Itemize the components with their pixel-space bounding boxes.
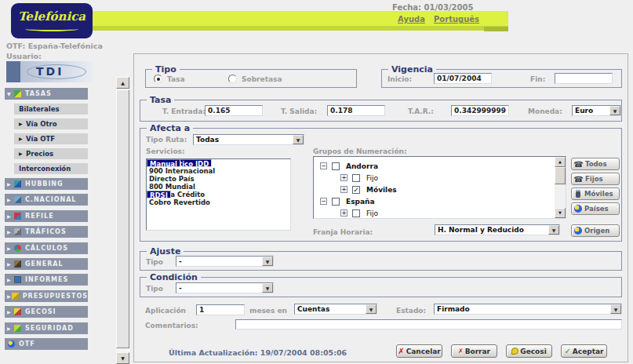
button-label: Aceptar bbox=[573, 348, 604, 355]
salida-input[interactable] bbox=[327, 105, 385, 116]
moviles-button[interactable]: Móviles bbox=[571, 187, 620, 200]
sidebar-item-via-otf[interactable]: ▶Vía OTF bbox=[14, 133, 88, 144]
sidebar-item-refile[interactable]: ▶REFILE bbox=[5, 210, 88, 222]
user-label: Usuario: bbox=[6, 52, 42, 60]
sidebar-item-calculos[interactable]: ▶CÁLCULOS bbox=[5, 242, 88, 254]
aplicacion-input[interactable] bbox=[196, 304, 245, 315]
expand-icon[interactable]: + bbox=[340, 186, 347, 193]
scrollbar-thumb[interactable] bbox=[555, 167, 566, 184]
scroll-up-button[interactable]: ▲ bbox=[116, 77, 129, 89]
sidebar-item-traficos[interactable]: ▶TRÁFICOS bbox=[5, 226, 88, 238]
servicios-label: Servicios: bbox=[146, 147, 185, 155]
list-item[interactable]: Manual bbox=[147, 159, 180, 167]
chevron-right-icon: ▶ bbox=[19, 133, 26, 144]
inicio-input[interactable] bbox=[434, 73, 492, 84]
aceptar-button[interactable]: Aceptar bbox=[561, 344, 607, 358]
sobretasa-radio[interactable] bbox=[228, 75, 237, 83]
sidebar-item-c-nacional[interactable]: ▶C.NACIONAL bbox=[5, 194, 88, 206]
meses-en-select[interactable]: Cuentas ▼ bbox=[294, 304, 377, 315]
tasa-radio[interactable] bbox=[154, 75, 162, 83]
chevron-down-icon[interactable]: ▼ bbox=[293, 135, 304, 144]
tree-scrollbar[interactable]: ▲ ▼ bbox=[555, 157, 566, 218]
scroll-down-button[interactable]: ▼ bbox=[116, 352, 129, 364]
chevron-down-icon[interactable]: ▼ bbox=[262, 257, 273, 266]
entrada-input[interactable] bbox=[205, 105, 263, 116]
checkbox[interactable]: ✓ bbox=[352, 186, 360, 194]
servicios-listbox[interactable]: Automático IDDManualRPVI900 Internaciona… bbox=[146, 158, 291, 231]
chevron-right-icon: ▶ bbox=[7, 242, 13, 254]
borrar-button[interactable]: Borrar bbox=[451, 344, 497, 358]
tree-item-label: Fijo bbox=[366, 174, 378, 182]
chevron-right-icon: ▶ bbox=[7, 194, 13, 206]
tipo-ruta-select[interactable]: Todas ▼ bbox=[193, 134, 304, 145]
paises-button[interactable]: Países bbox=[571, 202, 620, 215]
ajuste-tipo-select-value: - bbox=[179, 257, 182, 265]
ajuste-tipo-select[interactable]: - ▼ bbox=[176, 256, 274, 267]
chevron-down-icon[interactable]: ▼ bbox=[610, 304, 621, 314]
chevron-down-icon[interactable]: ▼ bbox=[548, 225, 559, 235]
chevron-down-icon[interactable]: ▼ bbox=[609, 106, 620, 115]
last-update-label: Última Actualización: 19/07/2004 08:05:0… bbox=[169, 348, 347, 357]
chevron-down-icon[interactable]: ▼ bbox=[366, 304, 377, 314]
grupos-treebox[interactable]: −Andorra+Fijo+✓Móviles−España+Fijo ▲ ▼ bbox=[313, 156, 566, 219]
sidebar-item-general[interactable]: ▶GENERAL bbox=[5, 258, 88, 270]
collapse-icon[interactable]: − bbox=[320, 198, 327, 205]
vertical-scrollbar[interactable]: ▲ ▼ bbox=[116, 77, 129, 364]
sidebar-item-label: TRÁFICOS bbox=[25, 228, 67, 235]
help-link[interactable]: Ayuda bbox=[398, 15, 425, 24]
language-link[interactable]: Português bbox=[434, 15, 479, 24]
checkbox[interactable] bbox=[352, 209, 360, 217]
list-item[interactable]: RDSI bbox=[147, 191, 171, 198]
list-item[interactable]: 800 Mundial bbox=[147, 183, 290, 191]
moneda-select[interactable]: Euro ▼ bbox=[572, 105, 621, 116]
tar-label: T.A.R.: bbox=[408, 107, 434, 115]
button-label: Países bbox=[584, 205, 609, 213]
tree-item-fijo: +Fijo bbox=[314, 172, 566, 184]
scroll-up-button[interactable]: ▲ bbox=[555, 157, 566, 167]
sidebar-item-presupuestos[interactable]: ▶PRESUPUESTOS bbox=[5, 290, 88, 302]
estado-select[interactable]: Firmado ▼ bbox=[434, 304, 622, 315]
button-label: Cancelar bbox=[406, 348, 441, 355]
expand-icon[interactable]: + bbox=[340, 174, 347, 181]
sidebar-item-bilaterales[interactable]: Bilaterales bbox=[14, 104, 88, 115]
fin-input[interactable] bbox=[555, 73, 613, 84]
condicion-tipo-select[interactable]: - ▼ bbox=[176, 282, 274, 293]
sidebar-item-informes[interactable]: ▶INFORMES bbox=[5, 274, 88, 286]
tar-input[interactable] bbox=[451, 105, 509, 116]
cancelar-button[interactable]: Cancelar bbox=[396, 344, 442, 358]
origen-button[interactable]: Origen bbox=[571, 224, 620, 237]
list-item[interactable]: Directo País bbox=[147, 175, 290, 183]
todos-button[interactable]: Todos bbox=[571, 158, 620, 170]
sidebar-item-hubbing[interactable]: ▶HUBBING bbox=[5, 178, 88, 190]
checkbox[interactable] bbox=[352, 174, 360, 182]
sidebar-item-label: Precios bbox=[26, 150, 53, 158]
gecosi-button[interactable]: Gecosi bbox=[506, 344, 552, 358]
list-item[interactable]: Cobro Revertido bbox=[147, 198, 290, 206]
sidebar-item-seguridad[interactable]: ▶SEGURIDAD bbox=[5, 322, 88, 334]
scrollbar-thumb[interactable] bbox=[116, 89, 129, 348]
expand-icon[interactable]: + bbox=[340, 209, 347, 217]
sidebar-item-otf[interactable]: OTF bbox=[5, 338, 88, 350]
checkbox[interactable] bbox=[332, 198, 340, 206]
estado-label: Estado: bbox=[396, 307, 426, 315]
sidebar-item-precios[interactable]: ▶Precios bbox=[14, 148, 88, 159]
chevron-down-icon[interactable]: ▼ bbox=[262, 283, 273, 293]
comentarios-input[interactable] bbox=[235, 319, 622, 329]
fijos-button[interactable]: Fijos bbox=[571, 173, 620, 185]
checkbox[interactable] bbox=[332, 162, 340, 170]
sidebar-item-label: Bilaterales bbox=[19, 105, 60, 113]
scroll-down-button[interactable]: ▼ bbox=[555, 208, 566, 218]
sidebar-item-gecosi[interactable]: ▶GECOSI bbox=[5, 306, 88, 318]
list-item[interactable]: 900 Internacional bbox=[147, 167, 290, 175]
sidebar-item-interconexion[interactable]: Interconexión bbox=[14, 163, 88, 174]
sidebar-item-tasas[interactable]: ▼ TASAS bbox=[5, 88, 88, 100]
chevron-right-icon: ▶ bbox=[7, 226, 13, 238]
header-bar-endcap bbox=[484, 27, 508, 31]
condicion-tipo-select-value: - bbox=[179, 284, 182, 292]
vigencia-fieldset: Vigencia Inicio: Fin: bbox=[381, 69, 622, 88]
franja-select[interactable]: H. Normal y Reducido ▼ bbox=[435, 224, 560, 235]
tdi-logo-text: TDI bbox=[36, 65, 64, 78]
phone-icon bbox=[574, 160, 583, 169]
collapse-icon[interactable]: − bbox=[320, 162, 327, 169]
sidebar-item-via-otro[interactable]: ▶Vía Otro bbox=[14, 118, 88, 129]
